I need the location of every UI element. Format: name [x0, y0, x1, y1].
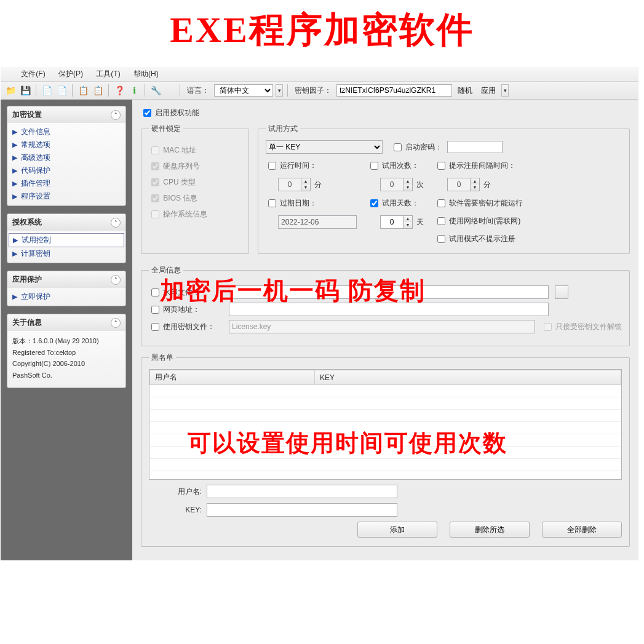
arrow-icon: ▶ [12, 154, 17, 162]
trialdays-checkbox[interactable]: 试用天数： [368, 197, 419, 209]
toolbar-dropdown-icon[interactable]: ▾ [501, 84, 509, 97]
delete-all-button[interactable]: 全部删除 [542, 522, 622, 538]
expire-checkbox[interactable]: 过期日期： [266, 197, 317, 209]
reg-interval-spinner[interactable]: ▲▼ [447, 178, 480, 191]
enable-auth-checkbox[interactable]: 启用授权功能 [141, 108, 199, 117]
reg-interval-checkbox[interactable]: 提示注册间隔时间： [435, 160, 515, 172]
action1-icon[interactable]: 📄 [41, 84, 53, 97]
trialcount-checkbox[interactable]: 试用次数： [368, 160, 419, 172]
unit-min2: 分 [483, 180, 491, 190]
sidebar-item-codeprotect[interactable]: ▶代码保护 [9, 164, 124, 177]
sidebar-panel-appprotect: 应用保护 ˄ ▶立即保护 [7, 271, 126, 306]
menu-file[interactable]: 文件(F) [21, 70, 45, 78]
trial-mode-select[interactable]: 单一 KEY [266, 140, 383, 154]
table-row[interactable] [150, 385, 621, 397]
form-key-label: KEY: [149, 506, 202, 514]
sidebar-item-protectnow[interactable]: ▶立即保护 [9, 290, 124, 303]
watermark-input[interactable] [229, 285, 549, 299]
startup-pwd-input[interactable] [447, 141, 503, 153]
arrow-icon: ▶ [13, 236, 18, 244]
action3-icon[interactable]: 📋 [77, 84, 89, 97]
random-button[interactable]: 随机 [455, 84, 475, 97]
language-label: 语言： [187, 85, 209, 96]
table-row[interactable] [150, 447, 621, 459]
hwlock-legend: 硬件锁定 [149, 124, 183, 134]
trial-group: 试用方式 单一 KEY 启动密码： 运行时间： [258, 124, 630, 254]
panel-title: 授权系统 [12, 217, 42, 228]
keyfactor-input[interactable] [336, 84, 452, 97]
sidebar-item-programsettings[interactable]: ▶程序设置 [9, 190, 124, 203]
delete-selected-button[interactable]: 删除所选 [450, 522, 530, 538]
arrow-icon: ▶ [12, 167, 17, 175]
promo-headline: EXE程序加密软件 [0, 0, 644, 66]
only-keyfile-checkbox[interactable]: 只接受密钥文件解锁 [541, 321, 622, 333]
blacklist-table[interactable]: 用户名 KEY [149, 369, 622, 480]
app-window: 文件(F) 保护(P) 工具(T) 帮助(H) 📁 💾 📄 📄 📋 📋 ❓ ℹ … [0, 66, 639, 561]
table-row[interactable] [150, 397, 621, 410]
about-icon[interactable]: ℹ [128, 84, 140, 97]
col-key[interactable]: KEY [315, 370, 621, 385]
action4-icon[interactable]: 📋 [92, 84, 104, 97]
sidebar-panel-auth: 授权系统 ˄ ▶试用控制 ▶计算密钥 [7, 213, 126, 263]
webaddr-input[interactable] [229, 303, 549, 316]
sidebar-panel-about: 关于信息 ˄ 版本：1.6.0.0 (May 29 2010) Register… [7, 314, 126, 388]
noregprompt-checkbox[interactable]: 试用模式不提示注册 [435, 233, 523, 245]
menu-help[interactable]: 帮助(H) [133, 70, 159, 78]
unit-days: 天 [416, 217, 424, 228]
sidebar: 加密设置 ˄ ▶文件信息 ▶常规选项 ▶高级选项 ▶代码保护 ▶插件管理 ▶程序… [1, 100, 132, 560]
col-username[interactable]: 用户名 [150, 370, 315, 385]
table-row[interactable] [150, 422, 621, 434]
trialdays-spinner[interactable]: ▲▼ [380, 215, 413, 229]
add-button[interactable]: 添加 [357, 522, 437, 538]
table-row[interactable] [150, 434, 621, 447]
toolbar: 📁 💾 📄 📄 📋 📋 ❓ ℹ 🔧 语言： 简体中文 ▾ 密钥因子： 随机 应用… [1, 82, 638, 100]
language-select[interactable]: 简体中文 [214, 84, 273, 97]
sidebar-item-calckey[interactable]: ▶计算密钥 [9, 247, 124, 260]
table-row[interactable] [150, 410, 621, 422]
extra-icon[interactable]: 🔧 [149, 84, 162, 97]
unit-min: 分 [314, 180, 322, 190]
sidebar-panel-encrypt: 加密设置 ˄ ▶文件信息 ▶常规选项 ▶高级选项 ▶代码保护 ▶插件管理 ▶程序… [7, 106, 126, 206]
cpu-checkbox[interactable]: CPU 类型 [149, 177, 241, 188]
collapse-icon[interactable]: ˄ [111, 218, 121, 228]
form-user-label: 用户名: [149, 487, 202, 497]
lang-dropdown-icon[interactable]: ▾ [276, 84, 283, 97]
runtime-checkbox[interactable]: 运行时间： [266, 160, 317, 172]
sidebar-item-general[interactable]: ▶常规选项 [9, 138, 124, 151]
arrow-icon: ▶ [12, 293, 17, 301]
sidebar-item-trialcontrol[interactable]: ▶试用控制 [9, 233, 124, 247]
nettime-checkbox[interactable]: 使用网络时间(需联网) [435, 215, 523, 227]
bios-checkbox[interactable]: BIOS 信息 [149, 193, 241, 204]
usekeyfile-checkbox[interactable]: 使用密钥文件： [149, 321, 223, 333]
needkey-checkbox[interactable]: 软件需要密钥才能运行 [435, 197, 523, 209]
collapse-icon[interactable]: ˄ [111, 318, 121, 328]
unit-times: 次 [416, 180, 424, 190]
save-icon[interactable]: 💾 [19, 84, 31, 97]
os-checkbox[interactable]: 操作系统信息 [149, 209, 241, 220]
keyfile-input[interactable] [229, 320, 535, 333]
webaddr-checkbox[interactable]: 网页地址： [149, 304, 223, 316]
watermark-browse-button[interactable] [555, 285, 568, 299]
menu-protect[interactable]: 保护(P) [58, 70, 83, 78]
open-icon[interactable]: 📁 [4, 84, 17, 97]
form-key-input[interactable] [207, 503, 397, 517]
table-row[interactable] [150, 459, 621, 471]
apply-button[interactable]: 应用 [478, 84, 499, 97]
menu-tools[interactable]: 工具(T) [96, 70, 120, 78]
runtime-spinner[interactable]: ▲▼ [278, 178, 311, 191]
startup-pwd-checkbox[interactable]: 启动密码： [391, 141, 442, 153]
expire-date-input[interactable] [278, 215, 357, 229]
watermark-checkbox[interactable]: 水印文件： [149, 287, 223, 298]
panel-title: 关于信息 [12, 317, 42, 328]
collapse-icon[interactable]: ˄ [111, 110, 121, 120]
hdd-checkbox[interactable]: 硬盘序列号 [149, 161, 241, 172]
sidebar-item-fileinfo[interactable]: ▶文件信息 [9, 125, 124, 138]
sidebar-item-advanced[interactable]: ▶高级选项 [9, 151, 124, 164]
form-user-input[interactable] [207, 485, 397, 498]
help-icon[interactable]: ❓ [113, 84, 125, 97]
trialcount-spinner[interactable]: ▲▼ [380, 178, 413, 191]
sidebar-item-plugin[interactable]: ▶插件管理 [9, 177, 124, 190]
action2-icon[interactable]: 📄 [55, 84, 68, 97]
mac-checkbox[interactable]: MAC 地址 [149, 145, 241, 156]
collapse-icon[interactable]: ˄ [111, 275, 121, 285]
